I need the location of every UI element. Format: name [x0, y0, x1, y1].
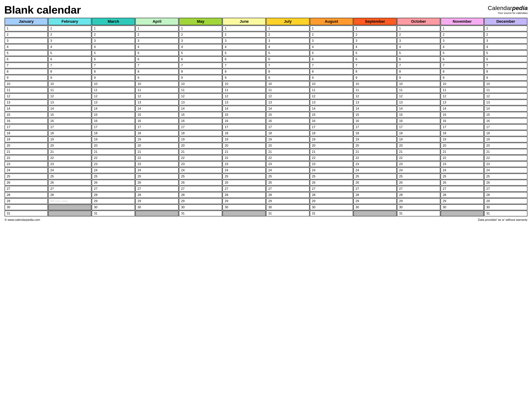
day-cell: 2	[397, 32, 440, 37]
day-cell: 18	[92, 130, 135, 136]
day-cell: 16	[222, 118, 266, 124]
month-header: August	[310, 18, 353, 25]
day-cell: 3	[92, 38, 135, 44]
day-cell: 23	[179, 161, 222, 167]
day-cell: 9	[179, 75, 222, 81]
day-cell: 1	[354, 25, 397, 31]
day-cell: 24	[179, 167, 222, 173]
day-cell: 27	[310, 186, 353, 192]
day-row: 30 30303030303030303030	[5, 204, 527, 210]
day-cell: 11	[5, 87, 48, 93]
day-row: 252525252525252525252525	[5, 173, 527, 179]
day-row: 2929(2016, 2020)29292929292929292929	[5, 198, 527, 204]
month-header: May	[179, 18, 222, 25]
day-cell: 23	[441, 161, 484, 167]
day-cell: 12	[484, 93, 527, 99]
day-cell: 8	[310, 69, 353, 74]
day-cell: 12	[397, 93, 440, 99]
day-cell: 9	[441, 75, 484, 81]
brand-block: Calendarpedia Your source for calendars	[488, 4, 528, 14]
day-cell: 5	[5, 50, 48, 56]
day-cell: 18	[354, 130, 397, 136]
day-cell: 6	[310, 56, 353, 62]
day-cell: 21	[92, 149, 135, 155]
day-cell: 4	[179, 44, 222, 50]
day-cell: 1	[135, 25, 178, 31]
day-cell: 6	[397, 56, 440, 62]
day-cell: 6	[222, 56, 266, 62]
day-cell: 27	[135, 186, 178, 192]
day-cell: 25	[354, 173, 397, 179]
day-cell: 12	[310, 93, 353, 99]
day-cell: 6	[354, 56, 397, 62]
day-cell: 21	[310, 149, 353, 155]
day-cell: 22	[484, 155, 527, 161]
month-header: July	[266, 18, 309, 25]
day-cell: 22	[222, 155, 266, 161]
day-cell: 13	[179, 99, 222, 105]
day-cell: 27	[222, 186, 266, 192]
day-cell: 23	[135, 161, 178, 167]
day-cell: 28	[135, 192, 178, 198]
day-cell: 22	[48, 155, 91, 161]
footer-left: © www.calendarpedia.com	[5, 218, 40, 222]
day-cell: 10	[484, 81, 527, 87]
day-cell: 21	[135, 149, 178, 155]
day-cell: 18	[484, 130, 527, 136]
day-cell: 15	[484, 112, 527, 118]
month-header: September	[354, 18, 397, 25]
day-cell: 6	[5, 56, 48, 62]
day-cell: 18	[266, 130, 309, 136]
day-cell: 2	[222, 32, 266, 37]
day-cell: 19	[222, 136, 266, 142]
day-cell: 13	[441, 99, 484, 105]
day-cell: 9	[484, 75, 527, 81]
footer: © www.calendarpedia.com Data provided 'a…	[4, 218, 528, 222]
day-row: 111111111111111111111111	[5, 87, 527, 93]
day-cell: 9	[354, 75, 397, 81]
day-cell: 10	[5, 81, 48, 87]
day-cell: 19	[48, 136, 91, 142]
day-cell: 10	[179, 81, 222, 87]
day-cell: 4	[354, 44, 397, 50]
day-cell: 7	[310, 62, 353, 68]
day-cell: 2	[441, 32, 484, 37]
day-cell: 3	[266, 38, 309, 44]
day-cell: 15	[5, 112, 48, 118]
day-cell: 18	[310, 130, 353, 136]
day-cell: 29	[135, 198, 178, 204]
month-header: December	[484, 18, 527, 25]
leap-day-number: 29	[50, 199, 54, 203]
day-cell: 19	[92, 136, 135, 142]
day-cell: 25	[310, 173, 353, 179]
brand-tagline: Your source for calendars	[488, 12, 528, 14]
day-cell: 24	[135, 167, 178, 173]
day-cell: 10	[266, 81, 309, 87]
day-cell: 14	[484, 106, 527, 111]
day-cell: 31	[484, 211, 527, 216]
day-cell: 19	[5, 136, 48, 142]
day-cell: 30	[179, 204, 222, 210]
day-cell: 5	[266, 50, 309, 56]
day-cell: 5	[484, 50, 527, 56]
day-cell: 28	[441, 192, 484, 198]
day-cell: 26	[484, 180, 527, 185]
day-cell: 9	[135, 75, 178, 81]
day-cell: 16	[92, 118, 135, 124]
month-header: January	[5, 18, 48, 25]
day-cell: 2	[484, 32, 527, 37]
footer-right: Data provided 'as is' without warranty	[478, 218, 527, 222]
day-cell: 11	[484, 87, 527, 93]
day-cell: 24	[266, 167, 309, 173]
day-cell: 21	[266, 149, 309, 155]
day-cell: 6	[92, 56, 135, 62]
day-cell: 16	[484, 118, 527, 124]
day-cell: 6	[179, 56, 222, 62]
day-cell: 8	[484, 69, 527, 74]
day-cell: 4	[48, 44, 91, 50]
day-cell: 5	[48, 50, 91, 56]
day-cell: 28	[179, 192, 222, 198]
day-cell: 9	[266, 75, 309, 81]
day-cell: 1	[397, 25, 440, 31]
day-cell: 14	[135, 106, 178, 111]
